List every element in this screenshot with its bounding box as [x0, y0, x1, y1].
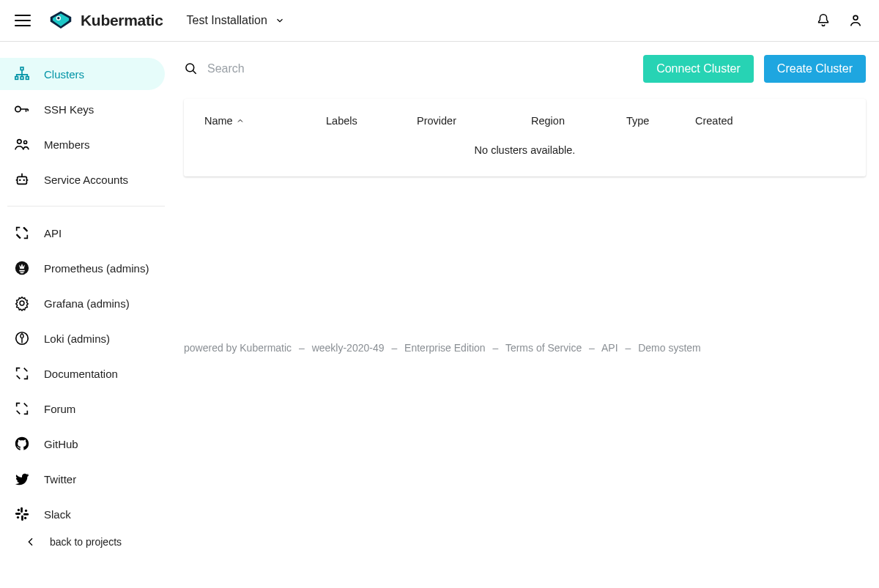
sidebar-item-twitter[interactable]: Twitter: [0, 463, 165, 495]
sidebar-label: API: [44, 227, 62, 239]
clusters-table: Name Labels Provider Region Type Created…: [184, 99, 866, 176]
sidebar-item-slack[interactable]: Slack: [0, 498, 165, 530]
key-icon: [13, 101, 31, 117]
prometheus-icon: [13, 260, 31, 276]
svg-rect-16: [21, 507, 23, 513]
column-header-provider[interactable]: Provider: [417, 115, 531, 127]
sidebar-item-github[interactable]: GitHub: [0, 428, 165, 460]
tree-icon: [13, 66, 31, 82]
column-header-region[interactable]: Region: [531, 115, 626, 127]
installation-selector[interactable]: Test Installation: [187, 14, 285, 27]
back-label: back to projects: [50, 536, 122, 548]
footer-demo-link[interactable]: Demo system: [638, 342, 701, 354]
sidebar-label: Forum: [44, 403, 75, 415]
expand-icon: [13, 365, 31, 382]
footer-api-link[interactable]: API: [601, 342, 618, 354]
grafana-icon: [13, 295, 31, 311]
sidebar-item-ssh-keys[interactable]: SSH Keys: [0, 93, 165, 125]
column-header-created[interactable]: Created: [695, 115, 783, 127]
svg-rect-5: [21, 77, 23, 80]
sidebar-label: Grafana (admins): [44, 297, 130, 310]
column-header-type[interactable]: Type: [626, 115, 695, 127]
expand-icon: [13, 401, 31, 417]
svg-rect-18: [21, 516, 23, 521]
svg-rect-19: [15, 513, 21, 515]
sidebar-item-members[interactable]: Members: [0, 128, 165, 160]
footer-powered-link[interactable]: powered by Kubermatic: [184, 342, 292, 354]
svg-point-23: [17, 516, 19, 518]
bell-icon: [815, 12, 831, 29]
chevron-down-icon: [275, 15, 285, 26]
svg-point-20: [18, 509, 20, 511]
sidebar-label: GitHub: [44, 438, 78, 450]
sidebar-item-service-accounts[interactable]: Service Accounts: [0, 163, 165, 196]
sidebar-label: Twitter: [44, 473, 76, 485]
table-header-row: Name Labels Provider Region Type Created: [184, 99, 866, 140]
sidebar-item-prometheus[interactable]: Prometheus (admins): [0, 252, 165, 284]
svg-rect-6: [26, 77, 29, 80]
sidebar-item-documentation[interactable]: Documentation: [0, 357, 165, 390]
notifications-button[interactable]: [807, 4, 839, 37]
svg-point-1: [57, 17, 59, 19]
create-cluster-button[interactable]: Create Cluster: [764, 55, 866, 83]
sidebar-label: Prometheus (admins): [44, 262, 149, 275]
svg-rect-4: [15, 77, 18, 80]
footer-tos-link[interactable]: Terms of Service: [505, 342, 582, 354]
column-header-labels[interactable]: Labels: [326, 115, 417, 127]
svg-point-2: [853, 15, 858, 20]
kubermatic-logo-icon: [47, 9, 75, 32]
empty-state-text: No clusters available.: [184, 140, 866, 163]
sidebar-label: Clusters: [44, 68, 84, 81]
twitter-icon: [13, 471, 31, 487]
back-to-projects[interactable]: back to projects: [0, 536, 165, 548]
svg-rect-3: [21, 67, 23, 70]
sidebar-item-loki[interactable]: Loki (admins): [0, 322, 165, 354]
svg-point-21: [25, 510, 27, 512]
people-icon: [13, 136, 31, 152]
svg-point-9: [24, 141, 27, 144]
sidebar-label: Service Accounts: [44, 174, 128, 186]
footer: powered by Kubermatic – weekly-2020-49 –…: [184, 342, 701, 354]
account-button[interactable]: [839, 4, 872, 37]
sidebar-item-clusters[interactable]: Clusters: [0, 58, 165, 90]
robot-icon: [13, 171, 31, 187]
svg-point-7: [15, 106, 21, 111]
brand-logo[interactable]: Kubermatic: [47, 9, 163, 32]
column-header-name[interactable]: Name: [204, 115, 326, 127]
svg-point-11: [19, 179, 21, 181]
github-icon: [13, 436, 31, 452]
connect-cluster-button[interactable]: Connect Cluster: [643, 55, 754, 83]
installation-name: Test Installation: [187, 14, 267, 27]
sidebar-item-grafana[interactable]: Grafana (admins): [0, 287, 165, 319]
search-icon: [184, 62, 199, 76]
slack-icon: [13, 506, 31, 522]
svg-point-12: [23, 179, 25, 181]
search-wrap: [184, 58, 633, 80]
menu-toggle-button[interactable]: [15, 11, 34, 30]
sidebar-label: SSH Keys: [44, 103, 94, 116]
svg-point-8: [18, 140, 21, 144]
svg-point-24: [186, 64, 194, 72]
svg-rect-10: [18, 176, 27, 184]
chevron-left-icon: [25, 536, 37, 548]
sidebar-label: Members: [44, 138, 90, 151]
svg-point-22: [24, 517, 26, 519]
svg-point-14: [20, 301, 24, 305]
sidebar-item-forum[interactable]: Forum: [0, 392, 165, 425]
expand-icon: [13, 225, 31, 241]
svg-rect-17: [23, 513, 29, 516]
sidebar-item-api[interactable]: API: [0, 217, 165, 249]
sidebar-label: Loki (admins): [44, 332, 110, 345]
sidebar-label: Documentation: [44, 368, 118, 380]
app-header: Kubermatic Test Installation: [0, 0, 879, 42]
sidebar-label: Slack: [44, 508, 71, 521]
brand-name: Kubermatic: [81, 12, 163, 29]
loki-icon: [13, 330, 31, 346]
sidebar: Clusters SSH Keys Members Service Accoun…: [0, 42, 165, 588]
footer-edition-link[interactable]: Enterprise Edition: [404, 342, 486, 354]
main-content: Connect Cluster Create Cluster Name Labe…: [165, 42, 879, 588]
footer-build-link[interactable]: weekly-2020-49: [312, 342, 385, 354]
user-icon: [848, 12, 864, 29]
sidebar-divider: [7, 206, 165, 206]
search-input[interactable]: [207, 58, 412, 80]
